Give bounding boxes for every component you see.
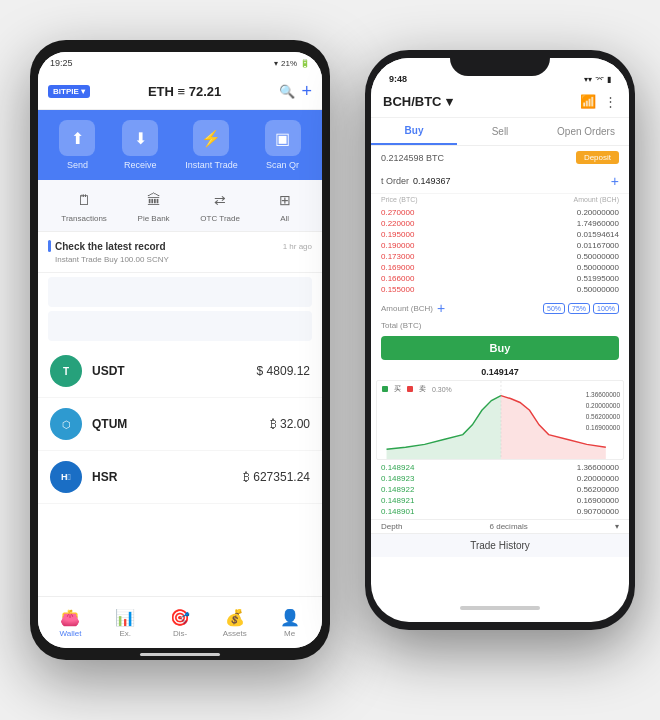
sell-amount-7: 0.50000000 [500, 285, 619, 294]
transactions-nav[interactable]: 🗒 Transactions [61, 188, 107, 223]
asset-usdt[interactable]: T USDT $ 4809.12 [38, 345, 322, 398]
usdt-balance: $ 4809.12 [257, 364, 310, 378]
iphone-signal-icon: ▾▾ [584, 75, 592, 84]
buy-btn-row: Buy [371, 332, 629, 364]
all-nav[interactable]: ⊞ All [271, 188, 299, 223]
chart-icon[interactable]: 📶 [580, 94, 596, 109]
chart-label-3: 0.16900000 [586, 424, 620, 431]
orderbook-headers: Price (BTC) Amount (BCH) [371, 194, 629, 205]
bottom-wallet[interactable]: 👛 Wallet [43, 608, 98, 638]
discover-icon: 🎯 [170, 608, 190, 627]
qtum-icon: ⬡ [50, 408, 82, 440]
bottom-exchange[interactable]: 📊 Ex. [98, 608, 153, 638]
sell-amount-1: 1.74960000 [500, 219, 619, 228]
deposit-button[interactable]: Deposit [576, 151, 619, 164]
pie-bank-nav[interactable]: 🏛 Pie Bank [138, 188, 170, 223]
sell-amount-5: 0.50000000 [500, 263, 619, 272]
scan-qr-action[interactable]: ▣ Scan Qr [265, 120, 301, 170]
amount-row: Amount (BCH) + 50% 75% 100% [371, 297, 629, 319]
order-add-icon[interactable]: + [611, 173, 619, 189]
receive-icon: ⬇ [122, 120, 158, 156]
sell-amount-6: 0.51995000 [500, 274, 619, 283]
sell-price-6: 0.166000 [381, 274, 500, 283]
pct-100[interactable]: 100% [593, 303, 619, 314]
deposit-row: 0.2124598 BTC Deposit [371, 146, 629, 169]
gesture-bar [140, 653, 220, 656]
otc-trade-nav[interactable]: ⇄ OTC Trade [200, 188, 240, 223]
buy-amount-2: 0.56200000 [500, 485, 619, 494]
qtum-name: QTUM [92, 417, 270, 431]
ob-row-5: 0.169000 0.50000000 [371, 262, 629, 273]
sell-price-2: 0.195000 [381, 230, 500, 239]
chart-legend: 买 卖 0.30% [382, 384, 452, 394]
buy-legend-dot [382, 386, 388, 392]
mid-price: 0.149147 [481, 367, 519, 377]
order-type-label: t Order [381, 176, 409, 186]
usdt-name: USDT [92, 364, 257, 378]
sell-price-5: 0.169000 [381, 263, 500, 272]
record-section: Check the latest record 1 hr ago Instant… [38, 232, 322, 273]
record-desc: Instant Trade Buy 100.00 SCNY [48, 255, 312, 264]
add-icon[interactable]: + [301, 81, 312, 102]
otc-trade-icon: ⇄ [206, 188, 234, 212]
ob-row-3: 0.190000 0.01167000 [371, 240, 629, 251]
bottom-me[interactable]: 👤 Me [262, 608, 317, 638]
depth-label: Depth [381, 522, 402, 531]
send-label: Send [67, 160, 88, 170]
receive-label: Receive [124, 160, 157, 170]
depth-chart: 买 卖 0.30% 1.36600000 0.20000000 0.562000… [376, 380, 624, 460]
asset-qtum[interactable]: ⬡ QTUM ₿ 32.00 [38, 398, 322, 451]
pie-bank-icon: 🏛 [140, 188, 168, 212]
spacer-1 [48, 277, 312, 307]
android-phone: 19:25 ▾ 21% 🔋 BITPIE ▾ ETH ≡ 72.21 🔍 + [30, 40, 330, 660]
chart-pct: 0.30% [432, 386, 452, 393]
deposit-amount: 0.2124598 BTC [381, 153, 444, 163]
ob-row-7: 0.155000 0.50000000 [371, 284, 629, 295]
battery-icon: 🔋 [300, 59, 310, 68]
buy-button[interactable]: Buy [381, 336, 619, 360]
exchange-icon: 📊 [115, 608, 135, 627]
amount-plus-icon[interactable]: + [437, 300, 445, 316]
trade-history-button[interactable]: Trade History [371, 533, 629, 557]
spacer-2 [48, 311, 312, 341]
iphone-notch [450, 50, 550, 76]
bitpie-logo[interactable]: BITPIE ▾ [48, 85, 90, 98]
receive-action[interactable]: ⬇ Receive [122, 120, 158, 170]
bottom-assets[interactable]: 💰 Assets [207, 608, 262, 638]
wallet-icon: 👛 [60, 608, 80, 627]
amount-pcts: 50% 75% 100% [543, 303, 619, 314]
trade-pair[interactable]: BCH/BTC ▾ [383, 94, 453, 109]
total-row: Total (BTC) [371, 319, 629, 332]
sell-price-1: 0.220000 [381, 219, 500, 228]
bottom-discover[interactable]: 🎯 Dis- [153, 608, 208, 638]
asset-list: T USDT $ 4809.12 ⬡ QTUM ₿ 32.00 H⃞ HSR ₿… [38, 345, 322, 504]
bitpie-chevron: ▾ [81, 87, 85, 96]
pie-bank-label: Pie Bank [138, 214, 170, 223]
tab-sell[interactable]: Sell [457, 118, 543, 145]
iphone-battery-icon: ▮ [607, 75, 611, 84]
pct-50[interactable]: 50% [543, 303, 565, 314]
buy-amount-3: 0.16900000 [500, 496, 619, 505]
tab-buy[interactable]: Buy [371, 118, 457, 145]
instant-trade-action[interactable]: ⚡ Instant Trade [185, 120, 238, 170]
all-label: All [280, 214, 289, 223]
depth-decimals: 6 decimals [490, 522, 528, 531]
buy-legend-label: 买 [394, 384, 401, 394]
buy-amount-0: 1.36600000 [500, 463, 619, 472]
asset-hsr[interactable]: H⃞ HSR ₿ 627351.24 [38, 451, 322, 504]
assets-label: Assets [223, 629, 247, 638]
more-icon[interactable]: ⋮ [604, 94, 617, 109]
depth-row: Depth 6 decimals ▾ [371, 519, 629, 533]
pct-75[interactable]: 75% [568, 303, 590, 314]
tab-open-orders[interactable]: Open Orders [543, 118, 629, 145]
otc-trade-label: OTC Trade [200, 214, 240, 223]
buy-ob-row-3: 0.148921 0.16900000 [371, 495, 629, 506]
send-action[interactable]: ⬆ Send [59, 120, 95, 170]
search-icon[interactable]: 🔍 [279, 84, 295, 99]
iphone-wifi-icon: ⌤ [595, 75, 604, 84]
all-icon: ⊞ [271, 188, 299, 212]
buy-amount-4: 0.90700000 [500, 507, 619, 516]
sell-price-3: 0.190000 [381, 241, 500, 250]
transactions-icon: 🗒 [70, 188, 98, 212]
chart-label-1: 0.20000000 [586, 402, 620, 409]
